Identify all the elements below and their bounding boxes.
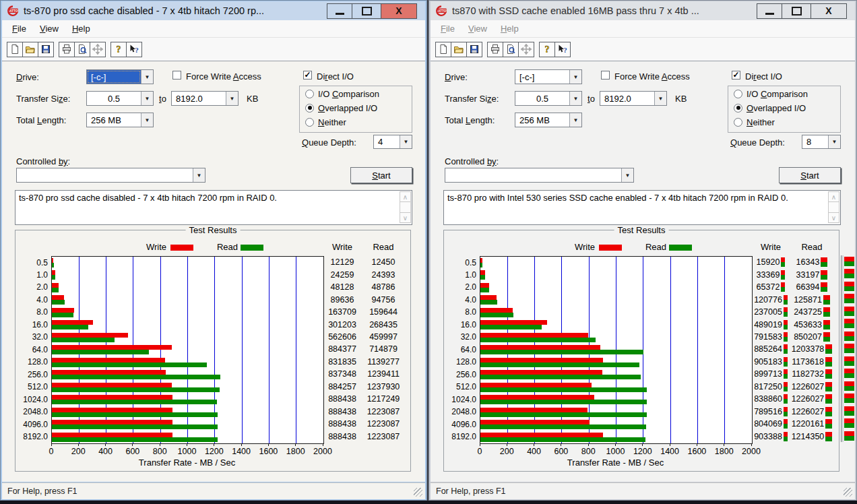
chevron-down-icon[interactable]	[569, 92, 581, 105]
scroll-track[interactable]	[828, 201, 839, 213]
chevron-down-icon[interactable]	[141, 113, 153, 127]
maximize-button[interactable]	[352, 3, 381, 19]
toolbar-print-button[interactable]	[59, 42, 75, 57]
direct-io-checkbox[interactable]	[732, 71, 740, 80]
force-write-access-checkbox[interactable]	[172, 71, 181, 80]
toolbar-help-button[interactable]: ?	[110, 42, 127, 57]
chevron-down-icon[interactable]	[141, 92, 153, 105]
chevron-down-icon[interactable]	[654, 92, 666, 105]
toolbar-move-button[interactable]	[90, 42, 106, 57]
transfer-size-from-combobox[interactable]: 0.5	[515, 91, 582, 106]
menu-item-help[interactable]: Help	[65, 24, 97, 34]
svg-text:?: ?	[135, 46, 139, 54]
ghost-bar-fragment	[825, 407, 832, 416]
chevron-down-icon[interactable]	[400, 135, 412, 148]
x-axis-tick-label: 600	[119, 447, 146, 456]
write-bar	[52, 333, 128, 338]
chevron-down-icon[interactable]	[621, 168, 633, 182]
x-axis-tick	[268, 443, 269, 446]
read-value: 159644	[369, 307, 398, 317]
toolbar-new-document-button[interactable]	[435, 42, 451, 57]
scroll-up-icon[interactable]	[400, 191, 411, 202]
scroll-up-icon[interactable]	[828, 191, 839, 202]
chevron-down-icon[interactable]	[193, 168, 205, 182]
transfer-size-from-combobox[interactable]: 0.5	[86, 91, 154, 106]
radio-overlapped-i-o[interactable]: Overlapped I/O	[734, 101, 840, 115]
controlled-by-combobox[interactable]	[16, 168, 205, 183]
toolbar-context-help-button[interactable]: ?	[126, 42, 142, 57]
gridline	[670, 257, 671, 443]
toolbar-print-button[interactable]	[487, 42, 503, 57]
title-bar[interactable]: ATTO ts-870 pro ssd cache disabled - 7 x…	[2, 1, 425, 20]
read-bar	[480, 275, 485, 280]
resize-grip[interactable]	[414, 488, 422, 497]
direct-io-checkbox[interactable]	[303, 71, 312, 80]
y-axis-tick-label: 8.0	[17, 307, 48, 317]
chevron-down-icon[interactable]	[569, 113, 581, 127]
radio-overlapped-i-o[interactable]: Overlapped I/O	[305, 101, 412, 115]
radio-neither[interactable]: Neither	[305, 115, 412, 129]
scroll-track[interactable]	[400, 201, 411, 213]
transfer-size-to-combobox[interactable]: 8192.0	[171, 91, 239, 106]
read-value: 24393	[372, 270, 395, 280]
drive-combobox[interactable]: [-c-]	[515, 69, 582, 84]
toolbar-open-folder-button[interactable]	[451, 42, 467, 57]
transfer-size-to-combobox[interactable]: 8192.0	[600, 91, 667, 106]
total-length-combobox[interactable]: 256 MB	[86, 113, 154, 127]
menu-item-file[interactable]: File	[434, 24, 462, 34]
toolbar-save-button[interactable]	[466, 42, 482, 57]
description-scrollbar[interactable]	[828, 191, 839, 224]
toolbar-help-button[interactable]: ?	[539, 42, 555, 57]
transfer-size-from-value: 0.5	[87, 92, 141, 105]
menu-item-view[interactable]: View	[462, 24, 494, 34]
maximize-button[interactable]	[782, 3, 811, 19]
y-axis-tick-label: 16.0	[445, 320, 476, 329]
read-bar	[480, 350, 643, 354]
minimize-button[interactable]	[757, 3, 782, 19]
close-button[interactable]	[811, 3, 847, 19]
toolbar-print-preview-button[interactable]	[74, 42, 90, 57]
read-value: 1203378	[792, 344, 825, 354]
queue-depth-combobox[interactable]: 8	[802, 135, 841, 149]
description-scrollbar[interactable]	[400, 191, 411, 224]
toolbar-context-help-button[interactable]: ?	[554, 42, 571, 57]
chevron-down-icon[interactable]	[569, 70, 581, 84]
toolbar-new-document-button[interactable]	[7, 42, 23, 57]
description-box[interactable]: ts-870 pro with Intel 530 series SSD cac…	[443, 190, 841, 225]
drive-combobox[interactable]: [-c-]	[86, 69, 154, 84]
start-button[interactable]: Start	[779, 167, 841, 183]
drive-label: Drive:	[445, 72, 468, 82]
ghost-window-border	[841, 305, 844, 318]
status-text: For Help, press F1	[7, 486, 77, 496]
scroll-down-icon[interactable]	[828, 212, 839, 223]
toolbar-open-folder-button[interactable]	[22, 42, 38, 57]
controlled-by-combobox[interactable]	[445, 168, 634, 183]
menu-item-view[interactable]: View	[33, 24, 65, 34]
radio-i-o-comparison[interactable]: I/O Comparison	[305, 87, 412, 100]
scroll-down-icon[interactable]	[400, 212, 411, 223]
radio-neither[interactable]: Neither	[734, 115, 840, 129]
read-value-cell: 1223087	[351, 418, 416, 430]
radio-i-o-comparison[interactable]: I/O Comparison	[734, 87, 840, 100]
chevron-down-icon[interactable]	[141, 70, 153, 84]
close-button[interactable]	[381, 3, 417, 19]
menu-item-help[interactable]: Help	[494, 24, 526, 34]
minimize-button[interactable]	[327, 3, 352, 19]
title-bar[interactable]: ATTO ts870 with SSD cache enabled 16MB p…	[431, 1, 855, 20]
total-length-combobox[interactable]: 256 MB	[515, 113, 582, 127]
read-bar	[480, 288, 489, 292]
description-box[interactable]: ts-870 pro ssd cache disabled - 7 x 4tb …	[15, 190, 412, 225]
toolbar-move-button[interactable]	[518, 42, 534, 57]
resize-grip[interactable]	[844, 488, 852, 497]
chevron-down-icon[interactable]	[226, 92, 238, 105]
ghost-bar-fragment	[844, 257, 854, 266]
start-button[interactable]: Start	[350, 167, 412, 183]
y-axis-tick-label: 32.0	[445, 332, 476, 342]
queue-depth-combobox[interactable]: 4	[373, 135, 412, 149]
toolbar-save-button[interactable]	[38, 42, 54, 57]
chevron-down-icon[interactable]	[828, 135, 840, 148]
toolbar-print-preview-button[interactable]	[503, 42, 519, 57]
force-write-access-checkbox[interactable]	[601, 71, 610, 80]
read-value: 125871	[794, 295, 822, 305]
menu-item-file[interactable]: File	[5, 24, 33, 34]
